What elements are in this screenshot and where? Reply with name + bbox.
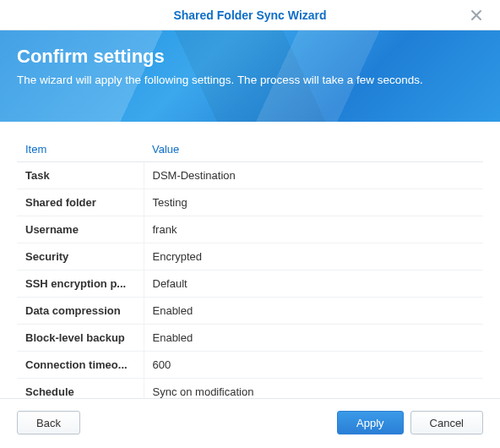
row-value: frank: [144, 216, 483, 243]
row-item: Username: [17, 216, 144, 243]
table-row: Security Encrypted: [17, 243, 483, 270]
row-value: Enabled: [144, 325, 483, 352]
table-row: Shared folder Testing: [17, 189, 483, 216]
table-row: Username frank: [17, 216, 483, 243]
row-item: SSH encryption p...: [17, 270, 144, 298]
row-value: Testing: [144, 189, 483, 216]
content-area: Item Value Task DSM-Destination Shared f…: [0, 122, 500, 405]
row-item: Connection timeo...: [17, 352, 144, 379]
row-value: Encrypted: [144, 243, 483, 270]
wizard-banner: Confirm settings The wizard will apply t…: [0, 30, 500, 122]
table-row: Connection timeo... 600: [17, 352, 483, 379]
close-icon[interactable]: [461, 0, 492, 30]
titlebar: Shared Folder Sync Wizard: [0, 0, 500, 30]
header-item: Item: [17, 137, 144, 162]
apply-button[interactable]: Apply: [337, 411, 404, 434]
row-item: Shared folder: [17, 189, 144, 216]
table-row: Block-level backup Enabled: [17, 325, 483, 352]
back-button[interactable]: Back: [17, 411, 80, 434]
window-title: Shared Folder Sync Wizard: [173, 8, 326, 22]
row-value: DSM-Destination: [144, 162, 483, 189]
row-value: 600: [144, 352, 483, 379]
row-item: Data compression: [17, 298, 144, 325]
banner-heading: Confirm settings: [17, 46, 483, 68]
banner-description: The wizard will apply the following sett…: [17, 73, 456, 88]
row-item: Task: [17, 162, 144, 189]
table-row: SSH encryption p... Default: [17, 270, 483, 298]
row-item: Security: [17, 243, 144, 270]
header-value: Value: [144, 137, 483, 162]
row-value: Enabled: [144, 298, 483, 325]
table-row: Data compression Enabled: [17, 298, 483, 325]
cancel-button[interactable]: Cancel: [410, 411, 483, 434]
row-item: Block-level backup: [17, 325, 144, 352]
row-value: Default: [144, 270, 483, 298]
table-header-row: Item Value: [17, 137, 483, 162]
footer: Back Apply Cancel: [0, 398, 500, 448]
table-row: Task DSM-Destination: [17, 162, 483, 189]
settings-table: Item Value Task DSM-Destination Shared f…: [17, 137, 483, 405]
